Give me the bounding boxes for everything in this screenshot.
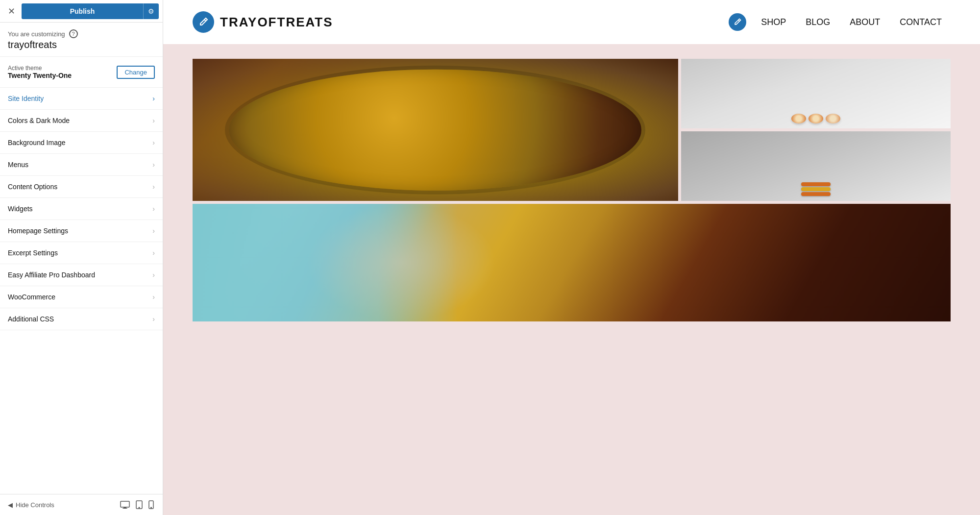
pancakes-image [681, 131, 951, 201]
customizing-info: You are customizing ? trayoftreats [0, 23, 163, 57]
change-theme-button[interactable]: Change [117, 66, 155, 79]
nav-logo-icon [729, 13, 746, 31]
svg-rect-2 [122, 508, 127, 509]
menu-item-label: Additional CSS [8, 315, 54, 323]
menu-item-label: Widgets [8, 205, 33, 213]
chevron-right-icon: › [152, 139, 155, 147]
menu-item-label: Homepage Settings [8, 227, 68, 235]
help-icon[interactable]: ? [69, 29, 78, 38]
chevron-right-icon: › [152, 315, 155, 323]
gallery-grid [193, 59, 951, 321]
tablet-view-button[interactable] [135, 499, 144, 510]
menu-item-label: Excerpt Settings [8, 249, 58, 257]
menu-item-4[interactable]: Content Options› [0, 176, 163, 198]
hide-controls-label: Hide Controls [16, 501, 54, 509]
site-nav: SHOP BLOG ABOUT CONTACT [729, 13, 951, 31]
svg-rect-1 [123, 507, 126, 508]
menu-item-5[interactable]: Widgets› [0, 198, 163, 220]
chevron-right-icon: › [152, 293, 155, 301]
chevron-right-icon: › [152, 95, 155, 102]
menu-item-label: Colors & Dark Mode [8, 117, 70, 124]
bottom-controls: ◀ Hide Controls [0, 494, 163, 515]
publish-area: Publish ⚙ [22, 3, 159, 19]
menu-item-1[interactable]: Colors & Dark Mode› [0, 110, 163, 132]
chevron-right-icon: › [152, 227, 155, 235]
customizing-label: You are customizing ? [8, 29, 155, 38]
nav-shop[interactable]: SHOP [752, 17, 795, 27]
arrow-left-icon: ◀ [8, 501, 13, 509]
sidebar-header: ✕ Publish ⚙ [0, 0, 163, 23]
menu-item-3[interactable]: Menus› [0, 154, 163, 176]
menu-item-0[interactable]: Site Identity› [0, 88, 163, 110]
chevron-right-icon: › [152, 117, 155, 124]
close-button[interactable]: ✕ [4, 4, 19, 19]
menu-item-label: Content Options [8, 183, 57, 191]
menu-item-6[interactable]: Homepage Settings› [0, 220, 163, 242]
menu-item-10[interactable]: Additional CSS› [0, 308, 163, 330]
site-logo: TRAYOFTREATS [193, 11, 333, 33]
svg-point-4 [139, 507, 140, 508]
chevron-right-icon: › [152, 249, 155, 257]
menu-item-2[interactable]: Background Image› [0, 132, 163, 154]
site-title: TRAYOFTREATS [220, 15, 333, 30]
menu-item-label: Site Identity [8, 95, 44, 102]
gallery-row-1 [193, 59, 951, 201]
active-theme-row: Active theme Twenty Twenty-One Change [0, 57, 163, 88]
right-column [681, 59, 951, 201]
chevron-right-icon: › [152, 205, 155, 213]
svg-point-6 [151, 507, 152, 508]
theme-label: Active theme [8, 65, 72, 72]
theme-name: Twenty Twenty-One [8, 72, 72, 79]
site-header: TRAYOFTREATS SHOP BLOG ABOUT CONTACT [163, 0, 980, 44]
menu-item-label: WooCommerce [8, 293, 55, 301]
chevron-right-icon: › [152, 183, 155, 191]
nav-contact[interactable]: CONTACT [891, 17, 951, 27]
gallery-row-2 [193, 204, 951, 321]
menu-items: Site Identity›Colors & Dark Mode›Backgro… [0, 88, 163, 494]
menu-item-8[interactable]: Easy Affiliate Pro Dashboard› [0, 264, 163, 286]
preview-area: TRAYOFTREATS SHOP BLOG ABOUT CONTACT [163, 0, 980, 515]
nav-about[interactable]: ABOUT [841, 17, 889, 27]
mobile-view-button[interactable] [147, 499, 155, 510]
chevron-right-icon: › [152, 161, 155, 169]
theme-info: Active theme Twenty Twenty-One [8, 65, 72, 79]
publish-button[interactable]: Publish [22, 7, 143, 15]
desktop-icon [120, 501, 130, 509]
donuts-image [681, 59, 951, 128]
cake-image [193, 204, 951, 321]
nav-blog[interactable]: BLOG [797, 17, 839, 27]
mobile-icon [148, 500, 154, 509]
sidebar: ✕ Publish ⚙ You are customizing ? trayof… [0, 0, 163, 515]
customizing-text: You are customizing [8, 30, 65, 38]
tablet-icon [136, 500, 143, 509]
menu-item-label: Menus [8, 161, 28, 169]
menu-item-9[interactable]: WooCommerce› [0, 286, 163, 308]
site-content [163, 44, 980, 336]
view-icons [119, 499, 155, 510]
menu-item-label: Easy Affiliate Pro Dashboard [8, 271, 95, 279]
desktop-view-button[interactable] [119, 499, 131, 510]
publish-settings-button[interactable]: ⚙ [143, 3, 159, 19]
logo-icon [193, 11, 214, 33]
svg-rect-0 [121, 501, 129, 507]
menu-item-7[interactable]: Excerpt Settings› [0, 242, 163, 264]
pie-image [193, 59, 678, 201]
menu-item-label: Background Image [8, 139, 66, 147]
hide-controls-button[interactable]: ◀ Hide Controls [8, 501, 54, 509]
site-name: trayoftreats [8, 39, 155, 50]
chevron-right-icon: › [152, 271, 155, 279]
